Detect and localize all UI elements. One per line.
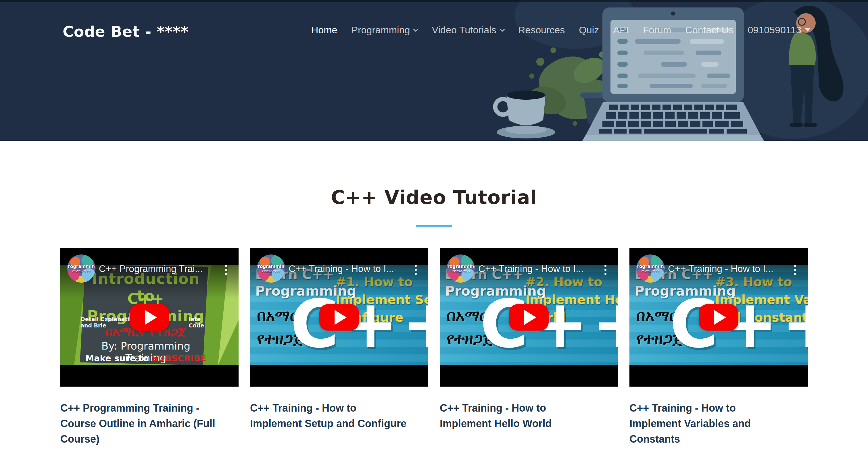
video-player-title[interactable]: C++ Training - How to I... [668, 263, 782, 274]
video-card-grid: Introduction to C++ Programming Detail E… [0, 248, 868, 447]
top-navigation-bar: Code Bet - **** Home Programming Video T… [0, 0, 868, 141]
kebab-menu-icon[interactable] [224, 264, 228, 276]
video-player[interactable]: Learn C++ Programming #1. How to Impleme… [250, 248, 428, 387]
nav-item-forum[interactable]: Forum [643, 24, 671, 36]
thumbnail-cpp-logo: C++ [480, 291, 618, 357]
chevron-down-icon [499, 26, 505, 32]
channel-avatar[interactable]: Programming የፕሮግራሚንግ [67, 255, 95, 283]
video-title[interactable]: C++ Training - How to Implement Hello Wo… [440, 400, 618, 431]
video-card: Learn C++ Programming #3. How to Impleme… [629, 248, 808, 447]
video-card: Learn C++ Programming #2. How to Impleme… [440, 248, 618, 447]
video-player-title[interactable]: C++ Programming Trai... [99, 263, 213, 274]
channel-avatar[interactable]: Programming የፕሮግራሚንግ [257, 255, 285, 283]
nav-item-api[interactable]: API [613, 24, 629, 36]
chevron-down-icon [413, 26, 418, 32]
thumbnail-footer: Make sure to SUBSCRIBE to our channel [81, 353, 211, 365]
video-player-title[interactable]: C++ Training - How to I... [288, 263, 402, 274]
thumbnail-cpp-logo: C++ [670, 291, 808, 357]
play-button-icon[interactable] [509, 304, 549, 331]
nav-item-video-tutorials[interactable]: Video Tutorials [432, 24, 504, 36]
play-triangle-icon [335, 310, 347, 325]
kebab-menu-icon[interactable] [413, 264, 418, 276]
main-content: C++ Video Tutorial Introduction to C++ P… [0, 187, 868, 447]
video-player[interactable]: Learn C++ Programming #3. How to Impleme… [629, 248, 808, 387]
kebab-menu-icon[interactable] [603, 264, 608, 276]
video-card: Introduction to C++ Programming Detail E… [60, 248, 239, 447]
play-triangle-icon [145, 310, 157, 325]
main-nav: Home Programming Video Tutorials Resourc… [311, 24, 810, 36]
play-triangle-icon [524, 310, 536, 325]
hero-header: Code Bet - **** Home Programming Video T… [0, 0, 868, 141]
play-button-icon[interactable] [319, 304, 359, 331]
video-player[interactable]: Learn C++ Programming #2. How to Impleme… [440, 248, 618, 387]
nav-item-quiz[interactable]: Quiz [579, 24, 599, 36]
channel-avatar[interactable]: Programming የፕሮግራሚንግ [447, 255, 475, 283]
video-title[interactable]: C++ Training - How to Implement Variable… [629, 400, 808, 447]
play-button-icon[interactable] [130, 304, 169, 331]
nav-item-resources[interactable]: Resources [518, 24, 565, 36]
video-title[interactable]: C++ Training - How to Implement Setup an… [250, 400, 428, 431]
section-title-underline [416, 225, 452, 227]
nav-item-programming[interactable]: Programming [351, 24, 417, 36]
thumbnail-cpp-logo: C++ [290, 291, 428, 357]
brand-logo[interactable]: Code Bet - **** [63, 23, 189, 40]
section-title: C++ Video Tutorial [0, 187, 868, 208]
channel-avatar[interactable]: Programming የፕሮግራሚንግ [636, 255, 664, 283]
play-triangle-icon [714, 310, 726, 325]
video-player-title[interactable]: C++ Training - How to I... [478, 263, 592, 274]
kebab-menu-icon[interactable] [793, 264, 797, 276]
nav-item-account-phone[interactable]: 0910590113 [748, 24, 810, 36]
video-player[interactable]: Introduction to C++ Programming Detail E… [60, 248, 239, 387]
play-button-icon[interactable] [699, 304, 738, 331]
video-title[interactable]: C++ Programming Training - Course Outlin… [60, 400, 239, 447]
nav-item-home[interactable]: Home [311, 24, 337, 36]
video-card: Learn C++ Programming #1. How to Impleme… [250, 248, 428, 447]
caret-down-icon [805, 28, 810, 32]
nav-item-contact-us[interactable]: Contact Us [685, 24, 734, 36]
